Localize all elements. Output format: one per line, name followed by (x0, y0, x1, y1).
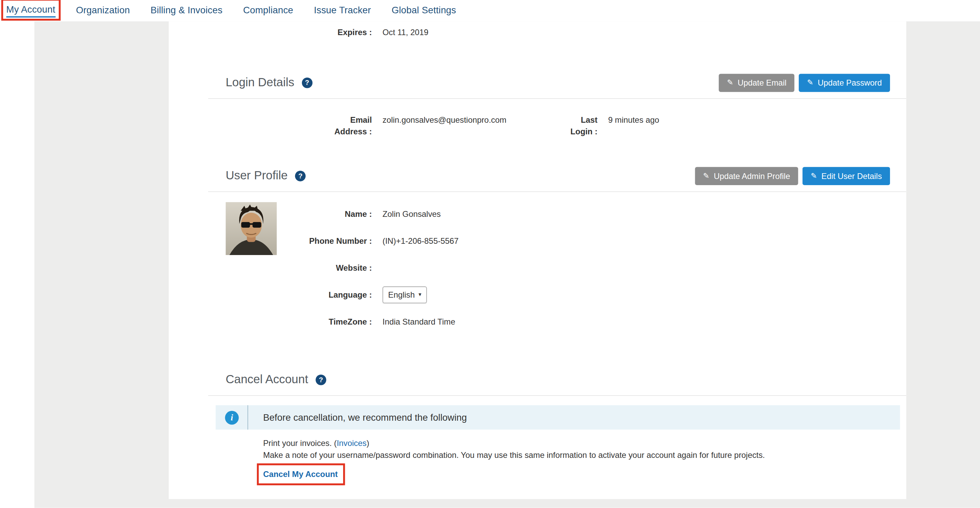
login-details-header: Login Details ? ✎ Update Email ✎ Update … (169, 73, 906, 92)
cancel-info-alert: i Before cancellation, we recommend the … (216, 405, 900, 430)
nav-tab-compliance-label: Compliance (243, 5, 293, 17)
nav-tab-global-settings-label: Global Settings (391, 5, 456, 17)
cancel-account-header: Cancel Account ? (169, 370, 906, 389)
timezone-label: TimeZone : (169, 316, 372, 328)
language-label: Language : (169, 289, 372, 301)
profile-phone-row: Phone Number : (IN)+1-206-855-5567 (169, 228, 906, 255)
nav-tab-my-account[interactable]: My Account (6, 4, 55, 18)
nav-tab-my-account-label: My Account (6, 4, 55, 18)
user-profile-body: Name : Zolin Gonsalves Phone Number : (I… (169, 201, 906, 335)
nav-tab-organization-label: Organization (76, 5, 130, 17)
help-icon[interactable]: ? (302, 77, 312, 88)
name-value: Zolin Gonsalves (383, 208, 441, 220)
top-navigation: My Account Organization Billing & Invoic… (0, 0, 980, 21)
cancel-recommendations: Print your invoices. (Invoices) Make a n… (263, 437, 881, 461)
help-icon[interactable]: ? (315, 374, 326, 385)
alert-divider (247, 405, 248, 430)
cancel-account-title: Cancel Account ? (226, 373, 326, 386)
info-icon: i (225, 411, 239, 424)
language-select[interactable]: English ▾ (383, 287, 427, 303)
nav-tab-billing-invoices[interactable]: Billing & Invoices (151, 5, 223, 17)
profile-language-row: Language : English ▾ (169, 281, 906, 308)
user-profile-title: User Profile ? (226, 169, 305, 182)
login-details-actions: ✎ Update Email ✎ Update Password (719, 74, 890, 92)
email-address-value: zolin.gonsalves@questionpro.com (383, 114, 570, 126)
nav-tab-global-settings[interactable]: Global Settings (391, 5, 456, 17)
user-profile-actions: ✎ Update Admin Profile ✎ Edit User Detai… (695, 167, 890, 185)
edit-icon: ✎ (703, 172, 709, 179)
edit-user-details-button[interactable]: ✎ Edit User Details (802, 167, 890, 185)
username-password-note: Make a note of your username/password co… (263, 449, 881, 461)
update-email-button[interactable]: ✎ Update Email (719, 74, 795, 92)
section-divider (208, 191, 907, 192)
expires-value: Oct 11, 2019 (383, 26, 429, 38)
update-admin-profile-button[interactable]: ✎ Update Admin Profile (695, 167, 799, 185)
profile-name-row: Name : Zolin Gonsalves (169, 201, 906, 228)
app-viewport: My Account Organization Billing & Invoic… (0, 0, 980, 508)
profile-photo (226, 202, 277, 255)
edit-user-details-button-label: Edit User Details (821, 171, 882, 181)
update-password-button[interactable]: ✎ Update Password (799, 74, 890, 92)
language-select-value: English (388, 289, 415, 301)
license-expires-row: Expires : Oct 11, 2019 (169, 21, 906, 38)
cancel-my-account-wrap: Cancel My Account (263, 468, 338, 480)
last-login-label: Last Login : (570, 114, 598, 138)
edit-icon: ✎ (807, 79, 813, 86)
update-password-button-label: Update Password (818, 78, 882, 87)
expires-label: Expires : (169, 26, 372, 38)
nav-tab-billing-invoices-label: Billing & Invoices (151, 5, 223, 17)
content-card: Expires : Oct 11, 2019 Login Details ? ✎… (169, 21, 906, 499)
profile-timezone-row: TimeZone : India Standard Time (169, 308, 906, 335)
update-admin-profile-button-label: Update Admin Profile (714, 171, 790, 181)
profile-website-row: Website : (169, 255, 906, 282)
invoices-link[interactable]: Invoices (337, 438, 366, 448)
section-divider (208, 395, 907, 396)
user-profile-header: User Profile ? ✎ Update Admin Profile ✎ … (169, 166, 906, 185)
language-value-wrap: English ▾ (383, 287, 427, 303)
nav-tab-issue-tracker-label: Issue Tracker (314, 5, 371, 17)
email-address-label: Email Address : (169, 114, 372, 138)
update-email-button-label: Update Email (738, 78, 786, 87)
cancel-account-title-text: Cancel Account (226, 373, 308, 386)
nav-tab-issue-tracker[interactable]: Issue Tracker (314, 5, 371, 17)
edit-icon: ✎ (727, 79, 733, 86)
website-label: Website : (169, 262, 372, 274)
login-details-title: Login Details ? (226, 76, 312, 89)
nav-tab-compliance[interactable]: Compliance (243, 5, 293, 17)
login-info-row: Email Address : zolin.gonsalves@question… (169, 114, 906, 138)
alert-title: Before cancellation, we recommend the fo… (263, 412, 467, 423)
print-invoices-line: Print your invoices. (Invoices) (263, 437, 881, 449)
phone-number-value: (IN)+1-206-855-5567 (383, 235, 459, 247)
user-profile-title-text: User Profile (226, 169, 288, 182)
last-login-value: 9 minutes ago (608, 114, 659, 126)
edit-icon: ✎ (811, 172, 817, 179)
login-details-title-text: Login Details (226, 76, 294, 89)
timezone-value: India Standard Time (383, 316, 455, 328)
cancel-my-account-link[interactable]: Cancel My Account (263, 468, 338, 480)
help-icon[interactable]: ? (295, 170, 305, 181)
chevron-down-icon: ▾ (418, 289, 421, 301)
nav-tab-organization[interactable]: Organization (76, 5, 130, 17)
section-divider (208, 98, 907, 99)
